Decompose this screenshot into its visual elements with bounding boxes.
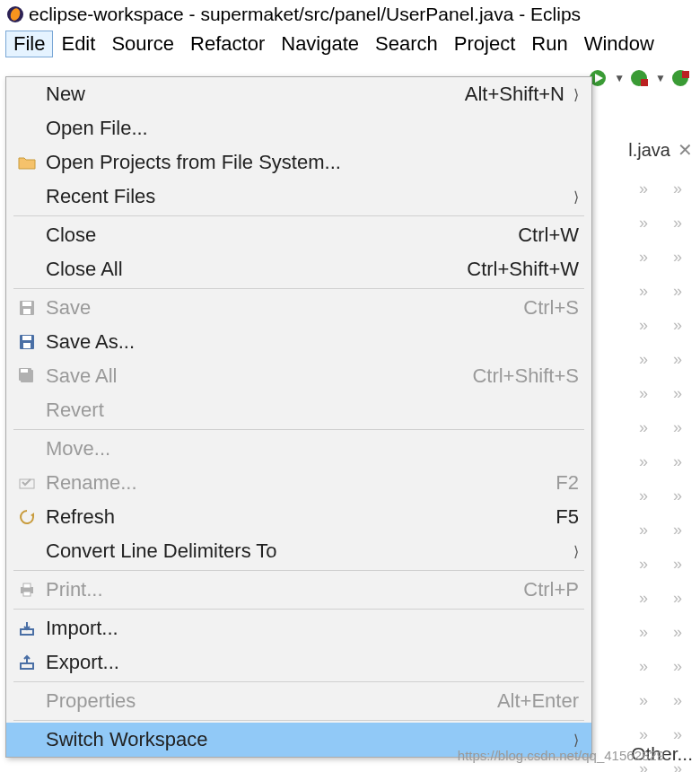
menu-item-close[interactable]: CloseCtrl+W [6,218,591,252]
menu-window[interactable]: Window [576,31,662,57]
menu-navigate[interactable]: Navigate [273,31,367,57]
chevron-icon: » [673,180,682,198]
svg-rect-5 [641,79,648,86]
chevron-icon: » [673,725,682,744]
chevron-icon: » [639,521,648,540]
chevron-icon: » [673,589,682,608]
menu-file[interactable]: File [5,31,53,57]
svg-rect-23 [21,663,33,669]
menu-item-shortcut: Ctrl+P [523,578,579,601]
chevron-icon: » [673,214,682,232]
menu-item-save-as[interactable]: Save As... [6,325,591,359]
menu-item-label: Revert [46,399,579,422]
save-icon [15,300,39,316]
menu-item-revert[interactable]: Revert [6,393,591,427]
menu-item-new[interactable]: NewAlt+Shift+N⟩ [6,77,591,111]
chevron-icon: » [639,657,648,676]
external-tools-icon[interactable] [671,68,691,88]
menu-item-recent-files[interactable]: Recent Files⟩ [6,180,591,214]
menu-item-open-projects-from-file-system[interactable]: Open Projects from File System... [6,145,591,180]
chevron-icon: » [673,384,682,403]
submenu-arrow-icon: ⟩ [573,189,579,206]
svg-rect-12 [22,336,31,340]
svg-rect-21 [23,592,31,596]
breadcrumb-overflow: »» »» »» »» »» »» »» »» »» »» »» »» »» »… [639,180,682,772]
chevron-icon: » [639,589,648,608]
menu-item-shortcut: Ctrl+S [523,296,579,320]
svg-rect-20 [23,583,31,588]
menu-item-export[interactable]: Export... [6,645,591,680]
chevron-icon: » [639,418,648,437]
chevron-icon: » [673,487,682,505]
menu-project[interactable]: Project [446,31,523,57]
menu-item-refresh[interactable]: RefreshF5 [6,500,591,534]
file-menu: NewAlt+Shift+N⟩Open File...Open Projects… [5,76,592,758]
dropdown-arrow-icon[interactable]: ▼ [655,72,666,84]
chevron-icon: » [639,282,648,301]
saveall-icon [15,367,39,385]
menu-item-label: Close All [46,258,452,281]
menu-item-print[interactable]: Print...Ctrl+P [6,573,591,607]
menu-refactor[interactable]: Refactor [182,31,273,57]
chevron-icon: » [673,555,682,574]
editor-tab[interactable]: l.java ✕ [628,139,693,161]
menu-item-label: Close [46,224,503,247]
menu-item-label: Export... [46,651,579,674]
chevron-icon: » [639,452,648,471]
watermark: https://blog.csdn.net/qq_41562829 [458,748,664,763]
eclipse-icon [5,4,25,24]
menu-item-label: Rename... [46,471,541,495]
menu-item-label: Print... [46,578,509,601]
menu-item-label: Open Projects from File System... [46,151,579,174]
menu-item-shortcut: Ctrl+Shift+W [467,258,579,281]
svg-marker-18 [31,513,34,517]
close-icon[interactable]: ✕ [678,139,693,161]
menu-item-properties[interactable]: PropertiesAlt+Enter [6,684,591,718]
menu-item-shortcut: Alt+Enter [497,689,579,713]
menu-item-close-all[interactable]: Close AllCtrl+Shift+W [6,252,591,286]
menu-item-label: Refresh [46,505,541,529]
svg-rect-9 [22,302,31,306]
chevron-icon: » [639,725,648,744]
chevron-icon: » [673,282,682,301]
menu-item-move[interactable]: Move... [6,432,591,466]
chevron-icon: » [673,657,682,676]
menu-search[interactable]: Search [367,31,446,57]
submenu-arrow-icon: ⟩ [573,543,579,560]
chevron-icon: » [673,350,682,369]
chevron-icon: » [673,248,682,267]
menu-edit[interactable]: Edit [53,31,103,57]
chevron-icon: » [639,623,648,642]
menu-item-label: Open File... [46,117,579,140]
menu-run[interactable]: Run [523,31,575,57]
menu-item-label: Save As... [46,330,579,354]
menu-separator [13,215,584,216]
chevron-icon: » [639,487,648,505]
chevron-icon: » [639,691,648,710]
refresh-icon [15,509,39,525]
menu-item-label: New [46,83,451,106]
submenu-arrow-icon: ⟩ [573,732,579,749]
menu-item-convert-line-delimiters-to[interactable]: Convert Line Delimiters To⟩ [6,534,591,568]
dropdown-arrow-icon[interactable]: ▼ [614,72,625,84]
menu-item-rename[interactable]: Rename...F2 [6,466,591,500]
menu-item-label: Import... [46,617,579,640]
menu-item-save[interactable]: SaveCtrl+S [6,291,591,325]
menu-item-save-all[interactable]: Save AllCtrl+Shift+S [6,359,591,393]
menu-source[interactable]: Source [103,31,182,57]
folder-icon [15,154,39,171]
svg-rect-16 [21,369,28,373]
menu-separator [13,429,584,430]
menu-item-shortcut: F5 [556,505,579,529]
chevron-icon: » [673,691,682,710]
menu-separator [13,288,584,289]
menu-item-label: Properties [46,689,483,713]
editor-tab-label: l.java [628,140,670,161]
print-icon [15,582,39,598]
chevron-icon: » [639,350,648,369]
chevron-icon: » [639,316,648,335]
run-config-icon[interactable] [630,68,650,88]
menu-item-import[interactable]: Import... [6,611,591,645]
menu-item-shortcut: Alt+Shift+N [465,83,564,106]
menu-item-open-file[interactable]: Open File... [6,111,591,145]
